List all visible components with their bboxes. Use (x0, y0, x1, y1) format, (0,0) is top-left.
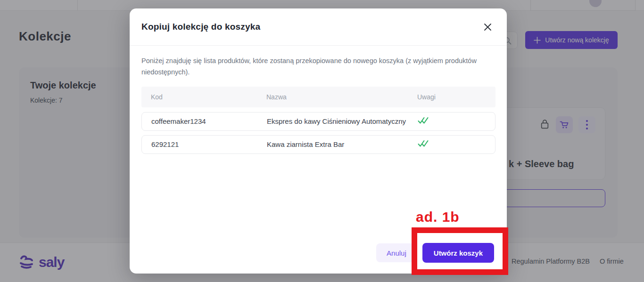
table-row: coffeemaker1234 Ekspres do kawy Ciśnieni… (141, 112, 495, 131)
modal-description: Poniżej znajduję się lista produktów, kt… (141, 56, 486, 78)
modal-title: Kopiuj kolekcję do koszyka (141, 22, 260, 32)
double-check-icon (418, 140, 429, 147)
cell-uwagi (418, 117, 495, 126)
cell-nazwa: Ekspres do kawy Ciśnieniowy Automatyczny (267, 117, 418, 125)
copy-collection-modal: Kopiuj kolekcję do koszyka Poniżej znajd… (130, 8, 507, 274)
double-check-icon (418, 117, 429, 124)
cancel-button[interactable]: Anuluj (376, 243, 417, 262)
column-header-nazwa: Nazwa (266, 93, 417, 101)
cell-uwagi (418, 140, 495, 149)
table-header-row: Kod Nazwa Uwagi (141, 87, 495, 107)
modal-actions: Anuluj Utwórz koszyk (376, 243, 494, 263)
column-header-kod: Kod (151, 93, 266, 101)
close-icon (484, 23, 492, 31)
modal-body: Poniżej znajduję się lista produktów, kt… (130, 46, 507, 154)
cell-nazwa: Kawa ziarnista Extra Bar (267, 140, 418, 148)
cell-kod: coffeemaker1234 (151, 117, 267, 125)
column-header-uwagi: Uwagi (417, 93, 495, 101)
cell-kod: 6292121 (151, 140, 267, 148)
modal-close-button[interactable] (481, 21, 494, 33)
table-row: 6292121 Kawa ziarnista Extra Bar (141, 135, 495, 154)
create-cart-button[interactable]: Utwórz koszyk (422, 243, 494, 263)
table-rows: coffeemaker1234 Ekspres do kawy Ciśnieni… (141, 112, 495, 154)
app-screen: Kolekcje Utwórz nową kolekcję Twoje kole… (0, 0, 644, 282)
modal-header: Kopiuj kolekcję do koszyka (130, 8, 507, 46)
annotation-label: ad. 1b (416, 209, 460, 225)
